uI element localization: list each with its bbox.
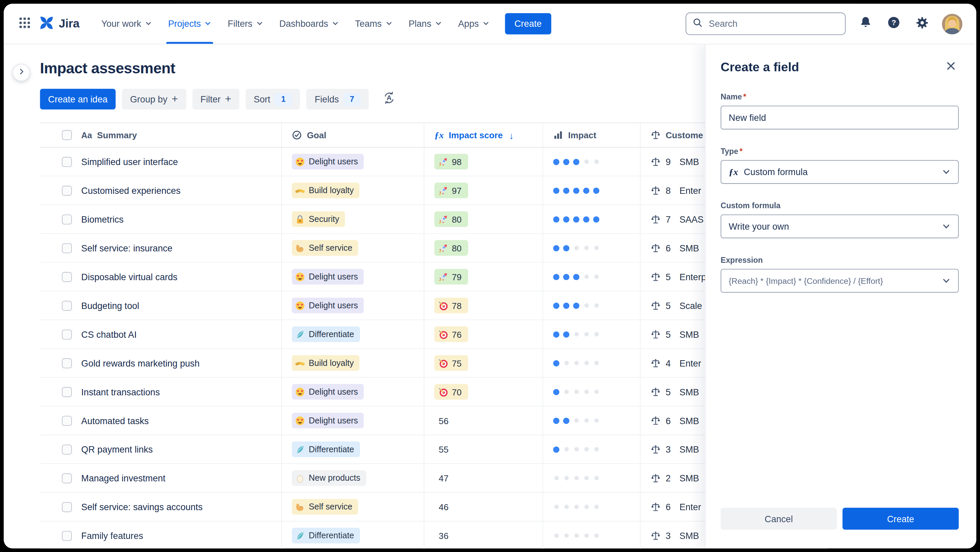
row-checkbox[interactable]	[62, 301, 72, 311]
nav-item-projects[interactable]: Projects	[160, 4, 220, 44]
create-idea-button[interactable]: Create an idea	[40, 89, 116, 110]
row-checkbox[interactable]	[62, 185, 72, 196]
nav-item-teams[interactable]: Teams	[347, 4, 401, 44]
customer-value[interactable]: 3SMB	[651, 531, 699, 541]
impact-rating[interactable]	[553, 533, 599, 539]
filter-button[interactable]: Filter+	[192, 89, 239, 110]
fields-button[interactable]: Fields7	[307, 89, 369, 110]
goal-pill[interactable]: ♥♥Delight users	[292, 298, 363, 313]
impact-score-pill[interactable]: 78	[434, 298, 468, 313]
goal-pill[interactable]: ♥♥Delight users	[292, 269, 363, 284]
impact-rating[interactable]	[553, 245, 599, 251]
group-by-button[interactable]: Group by+	[122, 89, 186, 110]
impact-score-pill[interactable]: 80	[434, 211, 468, 227]
goal-pill[interactable]: Build loyalty	[292, 182, 360, 198]
impact-score-value[interactable]: 46	[434, 502, 449, 512]
customer-value[interactable]: 4Enter	[651, 358, 701, 368]
impact-rating[interactable]	[553, 504, 599, 510]
row-checkbox[interactable]	[62, 157, 72, 167]
impact-rating[interactable]	[553, 216, 599, 222]
expression-select[interactable]: {Reach} * {Impact} * {Confidence} / {Eff…	[721, 269, 959, 293]
row-checkbox[interactable]	[62, 272, 72, 282]
nav-item-your-work[interactable]: Your work	[93, 4, 160, 44]
customer-value[interactable]: 6SMB	[651, 415, 699, 426]
notifications-button[interactable]	[858, 16, 874, 32]
impact-rating[interactable]	[553, 159, 599, 165]
nav-item-dashboards[interactable]: Dashboards	[271, 4, 347, 44]
search-input[interactable]	[708, 18, 839, 29]
custom-formula-select[interactable]: Write your own	[721, 215, 959, 238]
impact-score-pill[interactable]: 76	[434, 326, 468, 342]
row-checkbox[interactable]	[62, 358, 72, 368]
customer-value[interactable]: 5Enterp	[651, 272, 706, 282]
row-checkbox[interactable]	[62, 329, 72, 340]
close-button[interactable]	[942, 59, 959, 75]
customer-value[interactable]: 7SAAS	[651, 214, 704, 224]
goal-pill[interactable]: Differentiate	[292, 326, 360, 342]
customer-value[interactable]: 6Enter	[651, 502, 701, 512]
impact-rating[interactable]	[553, 446, 599, 453]
sort-alphabetical-button[interactable]: A	[378, 89, 400, 110]
row-checkbox[interactable]	[62, 473, 72, 483]
impact-score-pill[interactable]: 80	[434, 240, 468, 256]
customer-value[interactable]: 2SMB	[651, 473, 699, 483]
nav-item-filters[interactable]: Filters	[220, 4, 271, 44]
nav-item-plans[interactable]: Plans	[401, 4, 450, 44]
settings-button[interactable]	[914, 16, 930, 32]
impact-rating[interactable]	[553, 475, 599, 481]
expand-sidebar-button[interactable]	[13, 64, 30, 81]
impact-score-value[interactable]: 55	[434, 444, 449, 454]
field-type-select[interactable]: ƒx Custom formula	[721, 160, 959, 184]
row-checkbox[interactable]	[62, 387, 72, 397]
goal-pill[interactable]: Differentiate	[292, 528, 360, 544]
customer-value[interactable]: 5SMB	[651, 329, 699, 340]
field-name-input[interactable]	[721, 106, 959, 129]
column-header-summary[interactable]: AaSummary	[78, 123, 282, 147]
impact-rating[interactable]	[553, 389, 599, 395]
impact-rating[interactable]	[553, 273, 599, 280]
impact-score-pill[interactable]: 97	[434, 182, 468, 198]
user-avatar[interactable]	[942, 13, 963, 34]
customer-value[interactable]: 5SMB	[651, 387, 699, 397]
app-switcher-button[interactable]	[14, 13, 35, 35]
impact-rating[interactable]	[553, 187, 599, 193]
goal-pill[interactable]: ♥♥Delight users	[292, 384, 363, 400]
sort-button[interactable]: Sort1	[246, 89, 301, 110]
column-header-goal[interactable]: Goal	[282, 123, 424, 147]
impact-score-pill[interactable]: 79	[434, 269, 468, 284]
impact-score-value[interactable]: 36	[434, 531, 449, 541]
impact-score-pill[interactable]: 98	[434, 154, 468, 170]
goal-pill[interactable]: ♥♥Delight users	[292, 413, 363, 429]
nav-item-apps[interactable]: Apps	[450, 4, 498, 44]
impact-rating[interactable]	[553, 360, 599, 366]
create-button[interactable]: Create	[505, 13, 551, 35]
row-checkbox[interactable]	[62, 531, 72, 541]
row-checkbox[interactable]	[62, 415, 72, 426]
row-checkbox[interactable]	[62, 502, 72, 512]
goal-pill[interactable]: ♥♥Delight users	[292, 154, 363, 170]
jira-logo[interactable]: Jira	[39, 15, 79, 33]
row-checkbox[interactable]	[62, 214, 72, 224]
goal-pill[interactable]: Build loyalty	[292, 355, 360, 371]
cancel-button[interactable]: Cancel	[721, 508, 837, 530]
row-checkbox[interactable]	[62, 243, 72, 253]
customer-value[interactable]: 6SMB	[651, 243, 699, 253]
goal-pill[interactable]: Security	[292, 211, 345, 227]
global-search[interactable]	[686, 13, 845, 35]
impact-score-value[interactable]: 47	[434, 473, 449, 483]
customer-value[interactable]: 8Enter	[651, 185, 701, 196]
goal-pill[interactable]: New products	[292, 470, 366, 486]
goal-pill[interactable]: Differentiate	[292, 442, 360, 457]
row-checkbox[interactable]	[62, 444, 72, 454]
customer-value[interactable]: 3SMB	[651, 444, 699, 454]
select-all-checkbox[interactable]	[62, 130, 72, 140]
column-header-impact[interactable]: Impact	[542, 123, 640, 147]
impact-rating[interactable]	[553, 331, 599, 337]
impact-rating[interactable]	[553, 302, 599, 309]
impact-score-pill[interactable]: 75	[434, 355, 468, 371]
create-field-button[interactable]: Create	[843, 508, 959, 530]
impact-score-value[interactable]: 56	[434, 415, 449, 426]
goal-pill[interactable]: Self service	[292, 240, 358, 256]
column-header-impact-score[interactable]: ƒxImpact score↓	[424, 123, 543, 147]
customer-value[interactable]: 9SMB	[651, 157, 699, 167]
